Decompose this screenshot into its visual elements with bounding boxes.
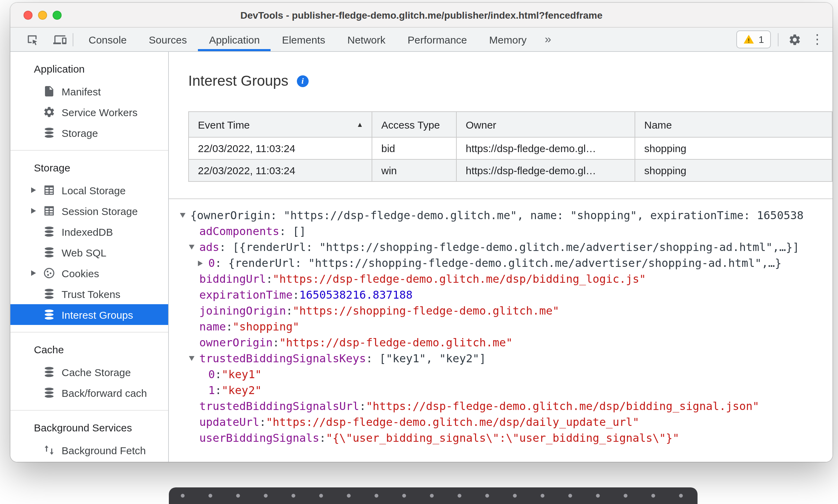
warning-count: 1 <box>758 34 764 45</box>
chevron-slot <box>31 187 43 193</box>
sidebar-item-local-storage[interactable]: Local Storage <box>10 180 168 200</box>
column-header-owner[interactable]: Owner <box>456 112 635 137</box>
column-header-access-type[interactable]: Access Type <box>372 112 456 137</box>
tab-elements[interactable]: Elements <box>271 28 336 51</box>
database-icon <box>43 308 55 321</box>
tree-line[interactable]: trustedBiddingSignalsKeys: ["key1", "key… <box>189 351 832 366</box>
minimize-button[interactable] <box>38 10 47 19</box>
toolbar-right: 1 ⋮ <box>736 28 832 51</box>
sidebar-item-background-fetch[interactable]: Background Fetch <box>10 440 168 460</box>
sidebar-item-label: Trust Tokens <box>62 288 120 300</box>
tree-arrow-expanded-icon[interactable] <box>180 213 185 218</box>
warning-badge[interactable]: 1 <box>736 30 771 48</box>
panel-header: Interest Groups <box>188 71 832 91</box>
inspect-icon[interactable] <box>23 30 41 48</box>
table-cell: 22/03/2022, 11:03:24 <box>189 159 372 181</box>
tree-plain: : [{renderUrl: "https://shopping-fledge-… <box>219 241 799 254</box>
sort-ascending-icon: ▲ <box>356 121 363 128</box>
sidebar-item-service-workers[interactable]: Service Workers <box>10 102 168 122</box>
tree-arrow-expanded-icon[interactable] <box>189 356 194 361</box>
tree-arrow-slot <box>189 356 199 361</box>
tree-key: ads <box>199 241 219 254</box>
sidebar-item-back-forward-cach[interactable]: Back/forward cach <box>10 382 168 403</box>
toolbar-separator <box>778 33 778 46</box>
sidebar-item-cache-storage[interactable]: Cache Storage <box>10 362 168 382</box>
chevron-right-icon[interactable] <box>31 270 36 276</box>
tree-plain: : <box>266 272 273 286</box>
device-toolbar-icon[interactable] <box>51 30 69 48</box>
tree-arrow-expanded-icon[interactable] <box>189 245 194 250</box>
info-icon[interactable] <box>297 75 308 87</box>
tree-line[interactable]: 0: {renderUrl: "https://shopping-fledge-… <box>198 255 832 271</box>
table-row[interactable]: 22/03/2022, 11:03:24bidhttps://dsp-fledg… <box>189 137 832 159</box>
tab-application[interactable]: Application <box>198 28 271 51</box>
json-tree: {ownerOrigin: "https://dsp-fledge-demo.g… <box>169 198 832 446</box>
sidebar: ApplicationManifestService WorkersStorag… <box>10 52 169 462</box>
sidebar-section-background-services: Background ServicesBackground Fetch <box>10 411 168 462</box>
tree-line[interactable]: name: "shopping" <box>189 319 832 335</box>
tree-line[interactable]: adComponents: [] <box>189 223 832 239</box>
tab-strip: ConsoleSourcesApplicationElementsNetwork… <box>78 28 538 51</box>
dock-bar <box>169 487 698 504</box>
close-button[interactable] <box>24 10 33 19</box>
tree-line[interactable]: expirationTime: 1650538216.837188 <box>189 287 832 303</box>
tree-string: "https://dsp-fledge-demo.glitch.me/dsp/b… <box>366 400 759 413</box>
tree-line[interactable]: ownerOrigin: "https://dsp-fledge-demo.gl… <box>189 335 832 351</box>
table-cell: bid <box>372 137 456 159</box>
sidebar-item-storage[interactable]: Storage <box>10 122 168 143</box>
table-row[interactable]: 22/03/2022, 11:03:24winhttps://dsp-fledg… <box>189 159 832 181</box>
chevron-right-icon[interactable] <box>31 187 36 193</box>
tree-arrow-collapsed-icon[interactable] <box>198 260 203 266</box>
tree-plain: : <box>259 416 266 429</box>
sidebar-item-cookies[interactable]: Cookies <box>10 263 168 283</box>
chevron-right-icon[interactable] <box>31 208 36 214</box>
tree-line[interactable]: 1: "key2" <box>198 382 832 398</box>
sidebar-item-label: IndexedDB <box>62 226 113 237</box>
sidebar-item-trust-tokens[interactable]: Trust Tokens <box>10 283 168 304</box>
tree-line[interactable]: biddingUrl: "https://dsp-fledge-demo.gli… <box>189 271 832 287</box>
tree-string: "https://dsp-fledge-demo.glitch.me/dsp/b… <box>273 272 646 286</box>
tree-line[interactable]: 0: "key1" <box>198 366 832 382</box>
more-options-kebab-icon[interactable]: ⋮ <box>810 30 824 48</box>
more-tabs-icon[interactable]: » <box>538 28 558 51</box>
column-header-event-time[interactable]: Event Time▲ <box>189 112 372 137</box>
settings-gear-icon[interactable] <box>785 30 803 48</box>
tab-console[interactable]: Console <box>78 28 138 51</box>
tree-line[interactable]: {ownerOrigin: "https://dsp-fledge-demo.g… <box>180 207 832 223</box>
devtools-body: ApplicationManifestService WorkersStorag… <box>10 52 832 462</box>
sidebar-item-web-sql[interactable]: Web SQL <box>10 242 168 263</box>
table-cell: win <box>372 159 456 181</box>
cookie-icon <box>43 267 55 279</box>
sidebar-item-manifest[interactable]: Manifest <box>10 81 168 102</box>
sidebar-item-session-storage[interactable]: Session Storage <box>10 200 168 221</box>
tab-performance[interactable]: Performance <box>397 28 478 51</box>
tree-line[interactable]: trustedBiddingSignalsUrl: "https://dsp-f… <box>189 398 832 414</box>
table-cell: https://dsp-fledge-demo.gl… <box>456 159 635 181</box>
sidebar-section-header: Background Services <box>10 416 168 440</box>
column-header-name[interactable]: Name <box>635 112 832 137</box>
tree-line[interactable]: joiningOrigin: "https://shopping-fledge-… <box>189 303 832 319</box>
tree-line[interactable]: updateUrl: "https://dsp-fledge-demo.glit… <box>189 414 832 430</box>
tree-key: 0 <box>208 256 215 270</box>
tree-key: biddingUrl <box>199 272 266 286</box>
devtools-toolbar: ConsoleSourcesApplicationElementsNetwork… <box>10 28 832 52</box>
maximize-button[interactable] <box>53 10 62 19</box>
database-icon <box>43 386 55 399</box>
tab-memory[interactable]: Memory <box>478 28 538 51</box>
sidebar-item-label: Local Storage <box>62 184 126 196</box>
tree-arrow-slot <box>180 213 190 218</box>
tree-line[interactable]: userBiddingSignals: "{\"user_bidding_sig… <box>189 430 832 446</box>
sidebar-item-indexeddb[interactable]: IndexedDB <box>10 221 168 242</box>
interest-groups-table: Event Time▲Access TypeOwnerName 22/03/20… <box>188 111 832 182</box>
tree-key: expirationTime <box>199 288 293 301</box>
tab-network[interactable]: Network <box>336 28 397 51</box>
sidebar-section-storage: StorageLocal StorageSession StorageIndex… <box>10 151 168 333</box>
column-header-label: Owner <box>466 119 496 130</box>
tree-line[interactable]: ads: [{renderUrl: "https://shopping-fled… <box>189 239 832 255</box>
tab-sources[interactable]: Sources <box>138 28 198 51</box>
sidebar-item-label: Web SQL <box>62 246 107 258</box>
tree-string: "https://dsp-fledge-demo.glitch.me/dsp/d… <box>266 416 639 429</box>
sidebar-item-label: Interest Groups <box>62 309 133 320</box>
sidebar-item-interest-groups[interactable]: Interest Groups <box>10 304 168 325</box>
tree-key: 1 <box>208 384 215 397</box>
